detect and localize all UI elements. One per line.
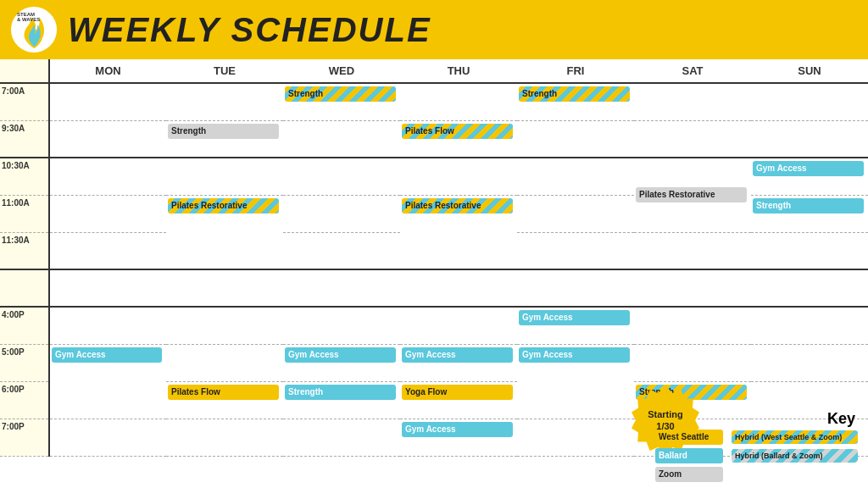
fri-400p: Gym Access — [517, 307, 634, 344]
day-header-mon: MON — [49, 59, 166, 83]
day-header-wed: WED — [283, 59, 400, 83]
mon-500p-gym-access[interactable]: Gym Access — [52, 347, 162, 363]
thu-500p: Gym Access — [400, 344, 517, 381]
wed-1130a — [283, 232, 400, 269]
thu-600p-yoga-flow[interactable]: Yoga Flow — [402, 385, 513, 400]
tue-930a: Strength — [166, 120, 283, 158]
tue-600p-pilates-flow[interactable]: Pilates Flow — [168, 385, 279, 400]
thu-1100a-pilates-restorative[interactable]: Pilates Restorative — [402, 198, 513, 214]
key-label-hybrid-ws: Hybrid (West Seattle & Zoom) — [728, 428, 864, 446]
time-600p: 6:00P — [0, 381, 49, 419]
day-header-row: MON TUE WED THU FRI SAT SUN — [0, 59, 868, 83]
day-header-thu: THU — [400, 59, 517, 83]
day-header-fri: FRI — [517, 59, 634, 83]
fri-500p-gym-access[interactable]: Gym Access — [519, 347, 630, 363]
fri-700a: Strength — [517, 83, 634, 120]
sun-400p — [751, 307, 868, 344]
key-row-zoom: Zoom — [652, 465, 864, 484]
sun-1100a: Strength — [751, 195, 868, 232]
sun-500p — [751, 344, 868, 381]
sat-1130a — [634, 232, 751, 269]
time-1100a: 11:00A — [0, 195, 49, 232]
wed-700a: Strength — [283, 83, 400, 120]
wed-500p: Gym Access — [283, 344, 400, 381]
logo: STEAM & WAVES — [8, 4, 59, 55]
key-label-hybrid-ballard: Hybrid (Ballard & Zoom) — [728, 446, 864, 465]
sat-930a — [634, 120, 751, 158]
thu-700a — [400, 83, 517, 120]
time-700a: 7:00A — [0, 83, 49, 120]
sun-gap — [751, 269, 868, 307]
sun-930a — [751, 120, 868, 158]
sun-1030a-gym-access[interactable]: Gym Access — [753, 161, 864, 176]
key-label-ws: West Seattle — [652, 428, 728, 446]
tue-1100a-pilates-restorative[interactable]: Pilates Restorative — [168, 198, 279, 214]
time-500p: 5:00P — [0, 344, 49, 381]
row-700a: 7:00A Strength Strength — [0, 83, 868, 120]
tue-700a — [166, 83, 283, 120]
day-header-sun: SUN — [751, 59, 868, 83]
tue-500p — [166, 344, 283, 381]
tue-400p — [166, 307, 283, 344]
key-swatch-hybrid-ws: Hybrid (West Seattle & Zoom) — [732, 430, 858, 445]
mon-1030a — [49, 158, 166, 195]
wed-930a — [283, 120, 400, 158]
wed-500p-gym-access[interactable]: Gym Access — [285, 347, 396, 363]
thu-gap — [400, 269, 517, 307]
sat-gap — [634, 269, 751, 307]
thu-600p: Yoga Flow — [400, 381, 517, 419]
sat-500p — [634, 344, 751, 381]
tue-gap — [166, 269, 283, 307]
key-swatch-ws: West Seattle — [655, 430, 723, 445]
sat-1030a-pilates-restorative[interactable]: Pilates Restorative — [636, 187, 747, 202]
time-1030a: 10:30A — [0, 158, 49, 195]
svg-text:& WAVES: & WAVES — [17, 17, 40, 22]
wed-600p-strength[interactable]: Strength — [285, 385, 396, 400]
row-500p: 5:00P Gym Access Gym Access Gym Access G… — [0, 344, 868, 381]
key-label-zoom: Zoom — [652, 465, 728, 484]
day-header-sat: SAT — [634, 59, 751, 83]
day-header-tue: TUE — [166, 59, 283, 83]
wed-600p: Strength — [283, 381, 400, 419]
mon-1130a — [49, 232, 166, 269]
fri-400p-gym-access[interactable]: Gym Access — [519, 310, 630, 325]
header: STEAM & WAVES WEEKLY SCHEDULE — [0, 0, 868, 59]
app-container: STEAM & WAVES WEEKLY SCHEDULE MON TUE WE… — [0, 0, 868, 457]
page-title: WEEKLY SCHEDULE — [68, 11, 431, 49]
wed-700p — [283, 419, 400, 456]
mon-700p — [49, 419, 166, 456]
thu-1100a: Pilates Restorative — [400, 195, 517, 269]
key-table: West Seattle Hybrid (West Seattle & Zoom… — [652, 428, 864, 484]
sun-1030a: Gym Access — [751, 158, 868, 195]
row-1030a: 10:30A Pilates Restorative Gym Access — [0, 158, 868, 195]
key-swatch-zoom: Zoom — [655, 467, 723, 482]
mon-700a — [49, 83, 166, 120]
row-400p: 4:00P Gym Access — [0, 307, 868, 344]
key-title: Key — [652, 410, 864, 428]
tue-930a-strength[interactable]: Strength — [168, 124, 279, 139]
sat-1030a: Pilates Restorative — [634, 158, 751, 232]
fri-930a — [517, 120, 634, 158]
time-400p: 4:00P — [0, 307, 49, 344]
sat-700a — [634, 83, 751, 120]
thu-930a-pilates-flow[interactable]: Pilates Flow — [402, 124, 513, 139]
mon-500p: Gym Access — [49, 344, 166, 419]
sat-400p — [634, 307, 751, 344]
fri-700a-strength[interactable]: Strength — [519, 86, 630, 102]
time-700p: 7:00P — [0, 419, 49, 456]
fri-1130a — [517, 232, 634, 269]
thu-500p-gym-access[interactable]: Gym Access — [402, 347, 513, 363]
time-header — [0, 59, 49, 83]
thu-700p-gym-access[interactable]: Gym Access — [402, 422, 513, 437]
wed-700a-strength[interactable]: Strength — [285, 86, 396, 102]
tue-1030a — [166, 158, 283, 195]
sun-1100a-strength[interactable]: Strength — [753, 198, 864, 214]
thu-1030a — [400, 158, 517, 195]
fri-700p — [517, 419, 634, 456]
thu-930a: Pilates Flow — [400, 120, 517, 158]
key-swatch-ballard: Ballard — [655, 448, 723, 463]
tue-1100a: Pilates Restorative — [166, 195, 283, 269]
sun-1130a — [751, 232, 868, 269]
fri-1030a — [517, 158, 634, 195]
time-930a: 9:30A — [0, 120, 49, 158]
